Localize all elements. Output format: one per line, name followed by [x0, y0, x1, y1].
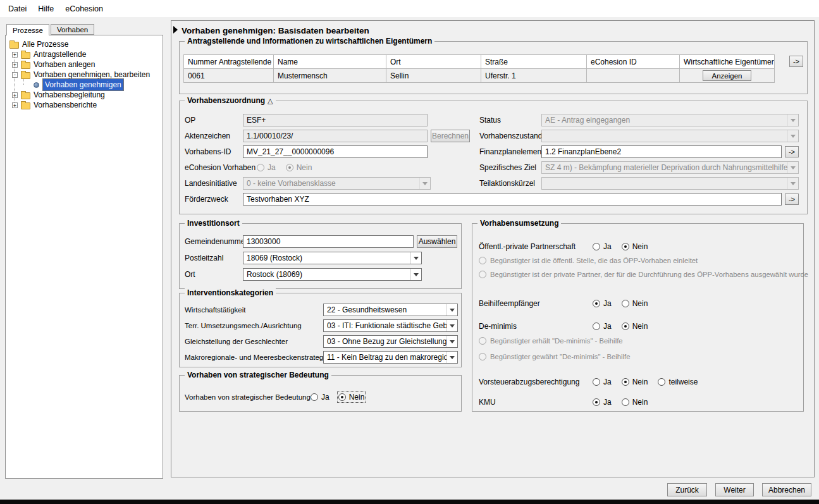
tree-item-vorhaben-anlegen[interactable]: + Vorhaben anlegen — [7, 59, 161, 70]
deminimis-sub1-label: Begünstigter erhält "De-minimis" - Beihi… — [490, 337, 623, 345]
chevron-down-icon — [410, 252, 421, 264]
gleichstellung-select[interactable]: 03 - Ohne Bezug zur Gleichstellung ... — [323, 335, 458, 348]
weiter-button[interactable]: Weiter — [715, 483, 754, 496]
postleitzahl-label: Postleitzahl — [185, 254, 243, 262]
zuordnung-legend: Vorhabenszuordnung — [187, 96, 265, 105]
deminimis-ja-radio[interactable]: Ja — [593, 322, 612, 331]
finanzplanelement-field[interactable]: 1.2 FinanzplanEbene2 — [541, 145, 782, 158]
radio-icon — [622, 300, 629, 307]
auswaehlen-button[interactable]: Auswählen — [417, 235, 457, 248]
cell-name: Mustermensch — [274, 69, 386, 83]
expand-icon[interactable]: + — [12, 52, 18, 58]
applicant-row[interactable]: 0061 Mustermensch Sellin Uferstr. 1 Anze… — [184, 69, 775, 83]
abbrechen-button[interactable]: Abbrechen — [762, 483, 811, 496]
tree-item-label[interactable]: Vorhaben genehmigen, bearbeiten — [34, 70, 150, 79]
cell-ecohesion-id — [587, 69, 680, 83]
tree-item-label[interactable]: Vorhabensberichte — [34, 101, 97, 109]
expand-icon[interactable]: + — [12, 92, 18, 98]
oepp-sub1-radio[interactable] — [479, 257, 486, 264]
investitionsort-legend: Investitionsort — [185, 219, 242, 228]
foerderzweck-field[interactable]: Testvorhaben XYZ — [243, 193, 782, 206]
menubar: Datei Hilfe eCohesion — [0, 0, 819, 17]
wirtschaftstaetigkeit-select[interactable]: 22 - Gesundheitswesen — [323, 304, 458, 316]
radio-label: Nein — [297, 163, 312, 172]
oepp-sub1-option: Begünstigter ist die öffentl. Stelle, di… — [479, 255, 698, 266]
tree-item-alle-prozesse[interactable]: Alle Prozesse — [7, 39, 161, 49]
foerderzweck-goto-button[interactable]: -> — [785, 194, 799, 205]
radio-icon — [593, 323, 600, 330]
oepp-sub2-radio[interactable] — [479, 271, 486, 278]
menu-datei[interactable]: Datei — [3, 2, 32, 16]
radio-icon — [257, 164, 264, 171]
makroregional-select[interactable]: 11 - Kein Beitrag zu den makroregio... — [323, 351, 458, 364]
vorsteuer-teilweise-radio[interactable]: teilweise — [658, 378, 698, 386]
main-panel: Vorhaben genehmigen: Basisdaten bearbeit… — [171, 20, 815, 477]
applicants-goto-button[interactable]: -> — [789, 56, 803, 67]
col-ort: Ort — [386, 55, 481, 69]
kmu-ja-radio[interactable]: Ja — [593, 398, 612, 407]
beihilfeempfaenger-label: Beihilfeempfänger — [479, 299, 593, 308]
ort-select[interactable]: Rostock (18069) — [243, 268, 422, 281]
strategisch-ja-radio[interactable]: Ja — [311, 393, 329, 402]
expand-icon[interactable]: + — [12, 62, 18, 68]
menu-hilfe[interactable]: Hilfe — [32, 2, 59, 16]
strategisch-nein-radio[interactable]: Nein — [338, 393, 365, 402]
deminimis-sub1-radio[interactable] — [479, 337, 486, 345]
oepp-ja-radio[interactable]: Ja — [593, 242, 612, 251]
vorhabens-id-field: MV_21_27__0000000096 — [243, 145, 428, 158]
tree-item-label[interactable]: Antragstellende — [34, 50, 86, 59]
anzeigen-button[interactable]: Anzeigen — [703, 70, 752, 81]
vorsteuer-ja-radio[interactable]: Ja — [593, 378, 612, 386]
radio-label: Nein — [632, 322, 648, 331]
ecohesion-ja-radio[interactable]: Ja — [257, 163, 276, 172]
status-select[interactable]: AE - Antrag eingegangen — [541, 114, 799, 126]
berechnen-button[interactable]: Berechnen — [431, 130, 470, 142]
tree-item-vorhabensbegleitung[interactable]: + Vorhabensbegleitung — [7, 90, 161, 100]
col-strasse: Straße — [481, 55, 587, 69]
gemeindenummer-field[interactable]: 13003000 — [243, 235, 414, 248]
zurueck-button[interactable]: Zurück — [667, 483, 707, 496]
finanzplanelement-goto-button[interactable]: -> — [785, 146, 799, 157]
foerderzweck-label: Förderzweck — [185, 195, 243, 204]
tab-vorhaben[interactable]: Vorhaben — [51, 24, 94, 35]
radio-label: Ja — [268, 163, 276, 172]
oepp-sub1-label: Begünstigter ist die öffentl. Stelle, di… — [490, 257, 698, 264]
oepp-nein-radio[interactable]: Nein — [622, 242, 648, 251]
tree-item-label[interactable]: Alle Prozesse — [22, 40, 68, 49]
terr-umsetzung-select[interactable]: 03 - ITI: Funktionale städtische Gebi... — [323, 319, 458, 332]
vorhabenszustand-select[interactable] — [541, 130, 799, 142]
tree-item-label[interactable]: Vorhaben anlegen — [34, 60, 95, 69]
teilaktionskuerzel-select[interactable] — [541, 177, 799, 190]
tree-item-label-selected[interactable]: Vorhaben genehmigen — [42, 78, 124, 91]
tree-item-label[interactable]: Vorhabensbegleitung — [34, 90, 105, 99]
deminimis-sub2-radio[interactable] — [479, 353, 486, 360]
vorsteuer-nein-radio[interactable]: Nein — [622, 378, 648, 386]
radio-label: Nein — [632, 299, 648, 308]
deminimis-nein-radio[interactable]: Nein — [622, 322, 648, 331]
radio-icon — [622, 378, 629, 386]
landesinitiative-select[interactable]: 0 - keine Vorhabensklasse — [243, 177, 431, 190]
process-tree: Alle Prozesse + Antragstellende + Vorhab… — [6, 35, 163, 110]
interventionskategorien-groupbox: Interventionskategorien Wirtschaftstätig… — [179, 293, 462, 367]
spezifisches-ziel-select[interactable]: SZ 4 m) - Bekämpfung materieller Depriva… — [541, 161, 799, 174]
vorhabens-id-label: Vorhabens-ID — [185, 147, 243, 156]
radio-icon — [622, 398, 629, 406]
radio-label: Ja — [603, 299, 612, 308]
tree-item-vorhabensberichte[interactable]: + Vorhabensberichte — [7, 100, 161, 110]
collapse-sidebar-icon[interactable] — [173, 26, 178, 34]
kmu-nein-radio[interactable]: Nein — [622, 398, 648, 407]
radio-label: teilweise — [668, 378, 698, 386]
collapse-icon[interactable]: - — [12, 72, 18, 78]
beihilfe-ja-radio[interactable]: Ja — [593, 299, 612, 308]
menu-ecohesion[interactable]: eCohesion — [59, 2, 109, 16]
radio-icon — [593, 378, 600, 386]
expand-icon[interactable]: + — [12, 102, 18, 108]
chevron-down-icon — [787, 162, 798, 173]
beihilfe-nein-radio[interactable]: Nein — [622, 299, 648, 308]
postleitzahl-select[interactable]: 18069 (Rostock) — [243, 252, 422, 264]
tree-item-vorhaben-genehmigen[interactable]: Vorhaben genehmigen — [7, 80, 161, 90]
radio-label: Ja — [603, 378, 612, 386]
tree-item-antragstellende[interactable]: + Antragstellende — [7, 49, 161, 59]
ecohesion-nein-radio[interactable]: Nein — [286, 163, 312, 172]
tab-prozesse[interactable]: Prozesse — [6, 24, 49, 35]
